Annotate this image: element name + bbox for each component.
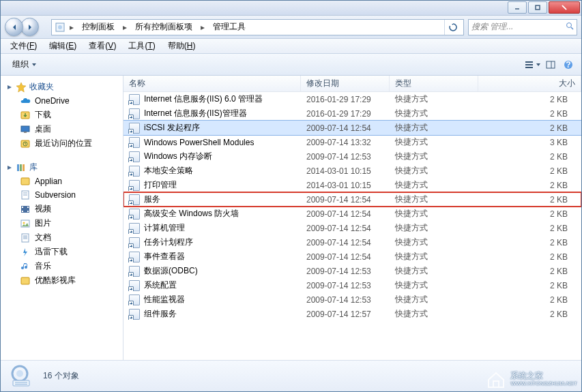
close-button[interactable] <box>549 1 580 14</box>
table-row[interactable]: 组件服务2009-07-14 12:57快捷方式2 KB <box>123 307 581 321</box>
help-button[interactable]: ? <box>559 57 577 73</box>
library-icon <box>16 162 27 173</box>
nav-item[interactable]: 桌面 <box>1 122 123 136</box>
svg-point-5 <box>58 25 62 29</box>
chevron-down-icon <box>31 62 37 67</box>
menubar: 文件(F)编辑(E)查看(V)工具(T)帮助(H) <box>1 39 581 54</box>
table-row[interactable]: 服务2009-07-14 12:54快捷方式2 KB <box>123 192 581 207</box>
col-date[interactable]: 修改日期 <box>301 76 390 91</box>
item-icon <box>20 247 31 258</box>
menu-e[interactable]: 编辑(E) <box>44 39 82 53</box>
nav-item[interactable]: 音乐 <box>1 259 123 273</box>
organize-label: 组织 <box>12 59 29 70</box>
table-row[interactable]: 计算机管理2009-07-14 12:54快捷方式2 KB <box>123 221 581 235</box>
nav-item[interactable]: 迅雷下载 <box>1 245 123 259</box>
breadcrumb-item[interactable]: 管理工具 <box>209 20 250 35</box>
nav-item[interactable]: 下载 <box>1 108 123 122</box>
watermark-url: WWW.XITONGZHIJIA.NET <box>510 380 577 387</box>
view-options-button[interactable] <box>524 57 542 73</box>
shortcut-icon <box>129 223 140 234</box>
back-button[interactable] <box>5 18 23 36</box>
shortcut-icon <box>129 237 140 248</box>
expand-icon <box>6 84 13 91</box>
preview-pane-button[interactable] <box>542 57 559 73</box>
svg-point-40 <box>16 370 23 377</box>
chevron-right-icon: ▸ <box>68 22 75 32</box>
table-row[interactable]: Windows PowerShell Modules2009-07-14 13:… <box>123 135 581 149</box>
col-type[interactable]: 类型 <box>390 76 478 91</box>
shortcut-icon <box>129 123 140 134</box>
search-box[interactable]: 搜索 管理... <box>468 19 577 35</box>
table-row[interactable]: 打印管理2014-03-01 10:15快捷方式2 KB <box>123 178 581 192</box>
shortcut-icon <box>129 108 140 119</box>
table-row[interactable]: 高级安全 Windows 防火墙2009-07-14 12:54快捷方式2 KB <box>123 207 581 221</box>
watermark: 系统之家WWW.XITONGZHIJIA.NET <box>486 369 577 389</box>
nav-item[interactable]: 视频 <box>1 202 123 216</box>
titlebar <box>1 1 581 16</box>
svg-line-3 <box>562 5 566 10</box>
shortcut-icon <box>129 194 140 205</box>
nav-item[interactable]: 图片 <box>1 216 123 230</box>
shortcut-icon <box>129 309 140 320</box>
nav-item[interactable]: 最近访问的位置 <box>1 136 123 151</box>
nav-item[interactable]: 优酷影视库 <box>1 273 123 288</box>
menu-f[interactable]: 文件(F) <box>5 39 42 53</box>
nav-head[interactable]: 收藏夹 <box>1 80 123 94</box>
shortcut-icon <box>129 151 140 162</box>
svg-rect-30 <box>27 207 29 208</box>
table-row[interactable]: Internet 信息服务(IIS)管理器2016-01-29 17:29快捷方… <box>123 106 581 121</box>
item-icon <box>20 204 31 215</box>
table-row[interactable]: 性能监视器2009-07-14 12:53快捷方式2 KB <box>123 292 581 307</box>
menu-v[interactable]: 查看(V) <box>83 39 121 53</box>
table-row[interactable]: 数据源(ODBC)2009-07-14 12:53快捷方式2 KB <box>123 264 581 278</box>
svg-rect-11 <box>547 61 555 68</box>
svg-line-7 <box>571 27 573 29</box>
watermark-title: 系统之家 <box>510 371 577 380</box>
minimize-button[interactable] <box>508 1 527 14</box>
item-icon <box>20 176 31 187</box>
table-row[interactable]: Windows 内存诊断2009-07-14 12:53快捷方式2 KB <box>123 149 581 164</box>
col-size[interactable]: 大小 <box>478 76 581 91</box>
table-row[interactable]: iSCSI 发起程序2009-07-14 12:54快捷方式2 KB <box>123 121 581 135</box>
menu-h[interactable]: 帮助(H) <box>162 39 201 53</box>
chevron-right-icon: ▸ <box>199 22 206 32</box>
shortcut-icon <box>129 180 140 191</box>
nav-head[interactable]: 库 <box>1 160 123 175</box>
item-icon <box>20 232 31 243</box>
table-row[interactable]: 事件查看器2009-07-14 12:54快捷方式2 KB <box>123 250 581 264</box>
breadcrumb-item[interactable]: 所有控制面板项 <box>131 20 197 35</box>
nav-item[interactable]: Applian <box>1 175 123 188</box>
item-icon <box>20 138 31 149</box>
svg-rect-38 <box>21 277 29 284</box>
svg-rect-8 <box>525 61 533 63</box>
svg-point-33 <box>23 222 25 224</box>
refresh-button[interactable] <box>444 20 461 35</box>
forward-button[interactable] <box>20 18 39 36</box>
rows: Internet 信息服务(IIS) 6.0 管理器2016-01-29 17:… <box>123 92 581 360</box>
maximize-button[interactable] <box>528 1 547 14</box>
control-panel-icon <box>55 22 66 33</box>
col-name[interactable]: 名称 <box>123 76 301 91</box>
nav-item[interactable]: 文档 <box>1 230 123 245</box>
item-icon <box>20 190 31 200</box>
organize-button[interactable]: 组织 <box>5 56 44 73</box>
shortcut-icon <box>129 266 140 277</box>
svg-rect-34 <box>22 234 29 242</box>
chevron-right-icon: ▸ <box>121 22 128 32</box>
chevron-down-icon <box>536 62 541 67</box>
address-bar[interactable]: ▸ 控制面板 ▸ 所有控制面板项 ▸ 管理工具 <box>51 19 464 35</box>
breadcrumb-item[interactable]: 控制面板 <box>78 20 119 35</box>
nav-pane: 收藏夹OneDrive下载桌面最近访问的位置 库ApplianSubversio… <box>1 76 123 360</box>
svg-rect-28 <box>22 207 23 208</box>
table-row[interactable]: 任务计划程序2009-07-14 12:54快捷方式2 KB <box>123 235 581 250</box>
table-row[interactable]: 本地安全策略2014-03-01 10:15快捷方式2 KB <box>123 164 581 178</box>
svg-rect-44 <box>493 381 499 387</box>
table-row[interactable]: Internet 信息服务(IIS) 6.0 管理器2016-01-29 17:… <box>123 92 581 106</box>
menu-t[interactable]: 工具(T) <box>123 39 160 53</box>
list-view: 名称 修改日期 类型 大小 Internet 信息服务(IIS) 6.0 管理器… <box>123 76 581 360</box>
nav-item[interactable]: Subversion <box>1 188 123 202</box>
table-row[interactable]: 系统配置2009-07-14 12:53快捷方式2 KB <box>123 278 581 292</box>
svg-rect-10 <box>525 67 533 68</box>
nav-item[interactable]: OneDrive <box>1 94 123 108</box>
svg-rect-16 <box>21 126 29 132</box>
